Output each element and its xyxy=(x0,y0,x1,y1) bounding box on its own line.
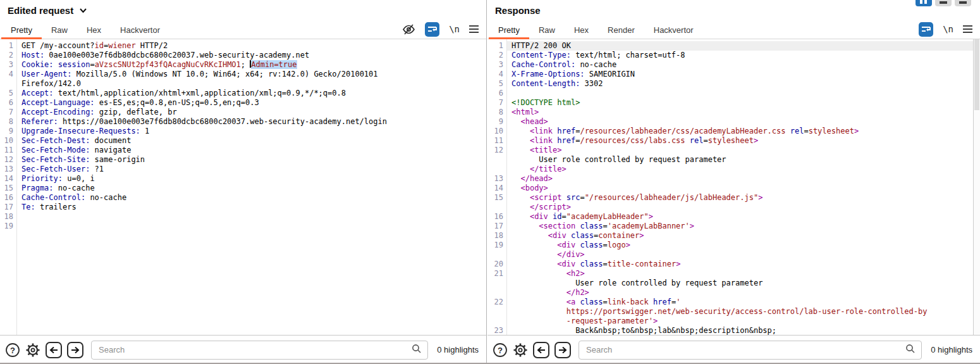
newline-chars-icon[interactable]: \n xyxy=(449,24,460,34)
line-number: 4 xyxy=(0,70,16,79)
line-number: 5 xyxy=(487,79,506,89)
code-line: 12Sec-Fetch-Site: same-origin xyxy=(0,155,486,165)
next-match-button[interactable] xyxy=(67,342,83,358)
code-line: 10Sec-Fetch-Dest: document xyxy=(0,136,486,146)
line-number xyxy=(487,288,506,298)
layout-buttons xyxy=(916,0,971,6)
line-number: 13 xyxy=(0,165,16,174)
code-line: -request-parameter'> xyxy=(487,317,980,326)
code-line: 14Priority: u=0, i xyxy=(0,174,486,184)
response-search-input[interactable] xyxy=(585,344,905,355)
line-number: 21 xyxy=(487,269,506,279)
svg-text:?: ? xyxy=(498,345,503,355)
response-panel-title: Response xyxy=(495,5,541,16)
request-highlights-count: 0 highlights xyxy=(437,345,479,355)
code-line: 6Accept-Language: es-ES,es;q=0.8,en-US;q… xyxy=(0,98,486,108)
code-line: 3Cookie: session=aVzscSNUt2pf43fQAcagNuC… xyxy=(0,60,486,70)
line-number: 2 xyxy=(487,51,506,60)
request-searchbox xyxy=(91,341,428,360)
tab-pretty[interactable]: Pretty xyxy=(489,20,529,39)
prev-match-button[interactable] xyxy=(46,342,62,358)
request-panel: Edited request PrettyRawHexHackvertor xyxy=(0,0,487,364)
code-line: 17Te: trailers xyxy=(0,203,486,212)
request-editor[interactable]: 1GET /my-account?id=wiener HTTP/22Host: … xyxy=(0,39,486,335)
line-number: 1 xyxy=(487,41,506,51)
line-number xyxy=(487,317,506,326)
line-number: 15 xyxy=(487,193,506,203)
newline-chars-icon[interactable]: \n xyxy=(943,24,953,34)
code-line: https://portswigger.net/web-security/acc… xyxy=(487,307,980,317)
svg-text:?: ? xyxy=(10,345,15,355)
line-number: 6 xyxy=(0,98,16,108)
code-line: 19 <div class=logo> xyxy=(487,241,980,250)
code-line: 8<html> xyxy=(487,108,980,117)
code-line: 20 <div class=title-container> xyxy=(487,260,980,269)
code-line: 10 <link href=/resources/labheader/css/a… xyxy=(487,127,980,136)
line-number: 5 xyxy=(0,89,16,98)
code-line: 5Accept: text/html,application/xhtml+xml… xyxy=(0,89,486,98)
line-number xyxy=(487,203,506,212)
line-number xyxy=(487,250,506,260)
code-line: 3Cache-Control: no-cache xyxy=(487,60,980,70)
line-number xyxy=(487,155,506,165)
line-number: 15 xyxy=(0,184,16,193)
gear-icon[interactable] xyxy=(513,342,528,358)
code-line: 14 <body> xyxy=(487,184,980,193)
chevron-down-icon[interactable] xyxy=(79,8,87,13)
tab-raw[interactable]: Raw xyxy=(42,20,77,39)
request-panel-header: Edited request PrettyRawHexHackvertor xyxy=(0,0,486,39)
line-number: 10 xyxy=(487,127,506,136)
help-icon[interactable]: ? xyxy=(5,342,20,358)
request-search-input[interactable] xyxy=(97,344,411,355)
code-line: Firefox/142.0 xyxy=(0,79,486,89)
tab-render[interactable]: Render xyxy=(598,20,644,39)
request-search-bar: ? xyxy=(0,335,486,364)
tab-hackvertor[interactable]: Hackvertor xyxy=(644,20,703,39)
wrap-toggle-icon[interactable] xyxy=(425,22,439,37)
tab-pretty[interactable]: Pretty xyxy=(1,20,42,39)
line-number: 11 xyxy=(487,136,506,146)
line-number: 22 xyxy=(487,298,506,307)
wrap-toggle-icon[interactable] xyxy=(919,22,933,37)
code-line: 18 <div class=container> xyxy=(487,231,980,241)
code-line: 4X-Frame-Options: SAMEORIGIN xyxy=(487,70,980,79)
line-number xyxy=(487,307,506,317)
gear-icon[interactable] xyxy=(25,342,40,358)
hide-matches-eye-icon[interactable] xyxy=(402,23,415,36)
line-number: 19 xyxy=(487,241,506,250)
menu-icon[interactable] xyxy=(469,25,479,33)
layout-button-2[interactable] xyxy=(955,0,971,6)
search-icon xyxy=(905,343,916,356)
help-icon[interactable]: ? xyxy=(493,342,508,358)
line-number: 16 xyxy=(487,212,506,222)
menu-icon[interactable] xyxy=(963,25,972,33)
response-scrollbar[interactable] xyxy=(973,39,980,335)
response-editor[interactable]: 1HTTP/2 200 OK2Content-Type: text/html; … xyxy=(487,39,980,335)
code-line: 7<!DOCTYPE html> xyxy=(487,98,980,108)
code-line: 12 <title> xyxy=(487,146,980,155)
code-line: 5Content-Length: 3302 xyxy=(487,79,980,89)
scrollbar-thumb[interactable] xyxy=(974,39,979,110)
line-number: 20 xyxy=(487,260,506,269)
line-number: 17 xyxy=(487,222,506,231)
response-search-bar: ? xyxy=(487,335,980,364)
tab-hackvertor[interactable]: Hackvertor xyxy=(111,20,169,39)
code-line: 11 <link href=/resources/css/labs.css re… xyxy=(487,136,980,146)
tab-hex[interactable]: Hex xyxy=(77,20,111,39)
line-number: 7 xyxy=(0,108,16,117)
code-line: </title> xyxy=(487,165,980,174)
prev-match-button[interactable] xyxy=(533,342,549,358)
line-number xyxy=(487,279,506,288)
line-number: 13 xyxy=(487,174,506,184)
line-number: 12 xyxy=(487,146,506,155)
split-columns-button[interactable] xyxy=(916,0,932,6)
line-number: 4 xyxy=(487,70,506,79)
tab-hex[interactable]: Hex xyxy=(565,20,598,39)
next-match-button[interactable] xyxy=(554,342,571,358)
tab-raw[interactable]: Raw xyxy=(529,20,565,39)
line-number: 12 xyxy=(0,155,16,165)
line-number: 1 xyxy=(0,41,16,51)
code-line: 4User-Agent: Mozilla/5.0 (Windows NT 10.… xyxy=(0,70,486,79)
layout-button-1[interactable] xyxy=(935,0,952,6)
code-line: 2Host: 0ae100e003e7f6db80dcbc6800c20037.… xyxy=(0,51,486,60)
